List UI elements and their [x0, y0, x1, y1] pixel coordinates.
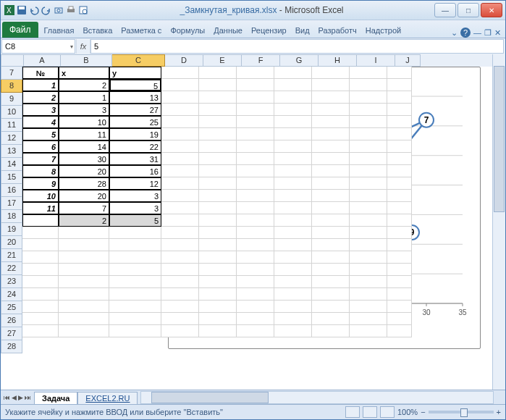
cell[interactable] [59, 239, 109, 251]
cell[interactable] [274, 104, 312, 116]
cell[interactable]: 7 [22, 153, 59, 165]
cell[interactable] [350, 140, 387, 153]
row-header[interactable]: 21 [1, 249, 22, 262]
cell[interactable] [199, 67, 237, 79]
cell[interactable] [22, 276, 59, 288]
cell[interactable] [161, 91, 199, 104]
cell[interactable] [274, 325, 312, 337]
cell[interactable] [387, 301, 412, 313]
cell[interactable] [161, 325, 199, 337]
ribbon-tab[interactable]: Вставка [78, 23, 117, 38]
cell[interactable] [350, 116, 387, 128]
cell[interactable] [312, 165, 350, 177]
cell[interactable] [237, 214, 274, 227]
cell[interactable] [109, 227, 161, 239]
cell[interactable] [161, 116, 199, 128]
tab-nav-last-icon[interactable]: ⏭ [25, 394, 31, 401]
cell[interactable] [199, 190, 237, 202]
fx-icon[interactable]: fx [76, 39, 90, 54]
cell[interactable]: 11 [22, 202, 59, 214]
undo-icon[interactable] [28, 4, 40, 16]
cell[interactable] [312, 153, 350, 165]
cell[interactable] [387, 276, 412, 288]
cell[interactable] [350, 190, 387, 202]
row-header[interactable]: 9 [1, 93, 22, 106]
horizontal-scrollbar[interactable] [140, 391, 494, 404]
cell[interactable] [237, 128, 274, 140]
cell[interactable] [350, 128, 387, 140]
row-header[interactable]: 13 [1, 145, 22, 158]
cell[interactable]: 9 [22, 177, 59, 190]
cell[interactable] [312, 276, 350, 288]
ribbon-minimize-icon[interactable]: ⌄ [451, 28, 457, 38]
row-header[interactable]: 17 [1, 197, 22, 210]
row-header[interactable]: 22 [1, 262, 22, 275]
row-header[interactable]: 28 [1, 340, 22, 353]
view-normal-icon[interactable] [345, 406, 360, 418]
cell[interactable]: 13 [109, 91, 161, 104]
cell[interactable] [161, 79, 199, 91]
cell[interactable] [387, 165, 412, 177]
cell[interactable] [59, 276, 109, 288]
cell[interactable] [161, 288, 199, 301]
cell[interactable] [312, 202, 350, 214]
cell[interactable] [312, 227, 350, 239]
cell[interactable] [387, 67, 412, 79]
cell[interactable] [199, 116, 237, 128]
row-header[interactable]: 10 [1, 106, 22, 119]
cell[interactable] [237, 177, 274, 190]
cell[interactable] [22, 264, 59, 276]
row-header[interactable]: 14 [1, 158, 22, 171]
cell[interactable]: 3 [22, 104, 59, 116]
cell[interactable] [237, 288, 274, 301]
cell[interactable] [199, 79, 237, 91]
cell[interactable] [237, 276, 274, 288]
cell[interactable] [387, 251, 412, 264]
row-header[interactable]: 18 [1, 210, 22, 223]
cell[interactable] [274, 140, 312, 153]
cell[interactable] [199, 177, 237, 190]
row-header[interactable]: 27 [1, 327, 22, 340]
cell[interactable] [237, 79, 274, 91]
cell[interactable] [199, 140, 237, 153]
save-icon[interactable] [16, 4, 28, 16]
cell[interactable] [199, 325, 237, 337]
cell[interactable]: 1 [22, 79, 59, 91]
cell[interactable]: 12 [109, 177, 161, 190]
cell[interactable] [199, 251, 237, 264]
cell[interactable] [199, 202, 237, 214]
maximize-button[interactable]: □ [457, 3, 479, 17]
cell[interactable]: 31 [109, 153, 161, 165]
workbook-close-icon[interactable]: ✕ [494, 28, 501, 38]
cell[interactable] [161, 313, 199, 325]
cell[interactable]: 22 [109, 140, 161, 153]
row-header[interactable]: 15 [1, 171, 22, 184]
cell[interactable] [109, 264, 161, 276]
cell[interactable] [199, 91, 237, 104]
row-header[interactable]: 12 [1, 132, 22, 145]
cell[interactable] [59, 325, 109, 337]
cell[interactable]: 16 [109, 165, 161, 177]
column-header[interactable]: F [242, 54, 280, 67]
cell[interactable]: 4 [22, 116, 59, 128]
cell[interactable] [312, 190, 350, 202]
cell[interactable] [350, 301, 387, 313]
cell[interactable] [274, 288, 312, 301]
cell[interactable] [274, 276, 312, 288]
cell[interactable] [350, 325, 387, 337]
cell[interactable]: № [22, 67, 59, 79]
cell[interactable] [350, 165, 387, 177]
cell[interactable] [59, 313, 109, 325]
workbook-minimize-icon[interactable]: — [473, 28, 481, 37]
cell[interactable] [109, 276, 161, 288]
cell[interactable] [22, 288, 59, 301]
cell[interactable] [161, 264, 199, 276]
cell[interactable] [312, 251, 350, 264]
row-header[interactable]: 7 [1, 67, 22, 80]
cell[interactable] [59, 301, 109, 313]
cell[interactable] [350, 79, 387, 91]
cell[interactable] [237, 165, 274, 177]
cell[interactable] [312, 214, 350, 227]
cell[interactable] [350, 104, 387, 116]
cell[interactable]: 11 [59, 128, 109, 140]
